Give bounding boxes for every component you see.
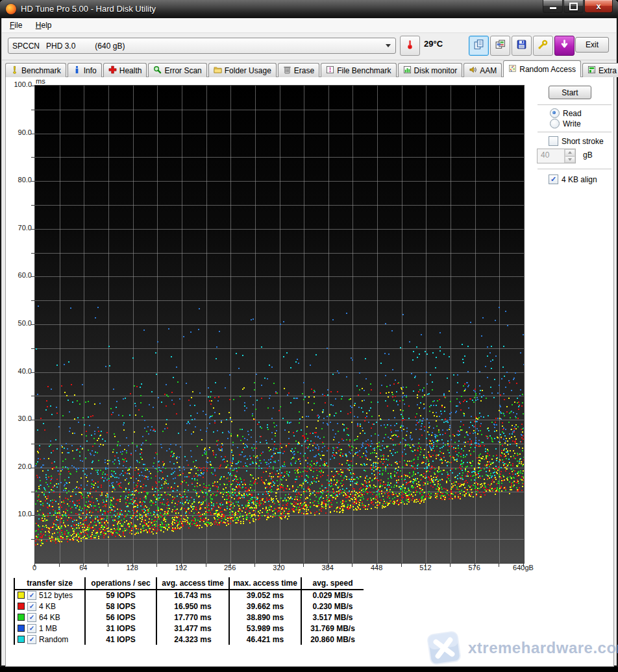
y-axis-label: 50.0 — [6, 319, 32, 327]
y-axis-label: 90.0 — [6, 128, 32, 136]
separator — [538, 132, 612, 134]
write-option[interactable]: Write — [550, 119, 581, 128]
short-stroke-checkbox[interactable] — [549, 136, 558, 146]
series-checkbox[interactable]: ✓ — [27, 624, 36, 633]
exit-button[interactable]: Exit — [575, 37, 609, 53]
toolbar-buttons — [469, 36, 575, 56]
avg-speed-value: 31.769 MB/s — [301, 623, 364, 634]
update-button[interactable] — [554, 36, 575, 56]
tab-label: Random Access — [519, 65, 576, 74]
app-window: HD Tune Pro 5.00 - Hard Disk Utility x F… — [0, 0, 618, 667]
x-axis-label: 640gB — [502, 564, 544, 571]
tab-random-access[interactable]: Random Access — [503, 60, 581, 77]
save-icon — [516, 39, 527, 53]
close-button[interactable]: x — [584, 0, 613, 13]
random-access-icon — [508, 64, 517, 75]
avg-speed-value: 0.230 MB/s — [301, 601, 364, 612]
align-checkbox[interactable]: ✓ — [549, 174, 558, 184]
y-axis-label: 30.0 — [6, 414, 32, 422]
tab-health[interactable]: Health — [103, 63, 147, 77]
access-time-scatter-chart — [35, 86, 524, 563]
tab-label: Benchmark — [21, 66, 61, 75]
table-row: ✓64 KB56 IOPS17.770 ms38.890 ms3.517 MB/… — [15, 612, 365, 623]
copy-report-button[interactable] — [469, 36, 489, 56]
align-option[interactable]: ✓ 4 KB align — [549, 174, 597, 184]
tab-benchmark[interactable]: Benchmark — [5, 63, 66, 77]
stepper-up-button[interactable] — [565, 149, 575, 156]
table-header-row: transfer sizeoperations / secavg. access… — [15, 578, 365, 590]
max-access-value: 38.890 ms — [229, 612, 301, 623]
info-icon — [73, 66, 81, 76]
benchmark-icon — [10, 66, 19, 76]
transfer-size-label: 64 KB — [39, 613, 60, 622]
avg-access-value: 17.770 ms — [156, 612, 229, 623]
series-checkbox[interactable]: ✓ — [27, 602, 36, 611]
thermometer-icon — [404, 39, 415, 53]
tab-erase[interactable]: Erase — [278, 63, 319, 77]
tab-file-benchmark[interactable]: File Benchmark — [321, 63, 396, 77]
avg-speed-value: 0.029 MB/s — [301, 590, 364, 601]
read-label: Read — [563, 109, 582, 118]
capacity-stepper[interactable]: 40 — [537, 149, 576, 163]
iops-value: 31 IOPS — [84, 623, 156, 634]
capacity-value: 40 — [538, 149, 564, 163]
wrench-icon — [538, 39, 549, 53]
x-axis-label: 448 — [356, 564, 397, 571]
minimize-icon — [550, 7, 556, 9]
menu-file[interactable]: File — [5, 18, 27, 32]
tab-extra-tests[interactable]: Extra tests — [582, 63, 618, 77]
minimize-button[interactable] — [543, 0, 563, 13]
max-access-value: 46.421 ms — [229, 634, 301, 645]
y-axis-unit-label: ms — [36, 77, 45, 85]
x-axis-label: 192 — [160, 564, 202, 571]
options-button[interactable] — [533, 36, 553, 56]
series-color-swatch — [18, 625, 25, 632]
transfer-size-label: Random — [39, 635, 68, 644]
erase-icon — [283, 66, 291, 76]
menu-help[interactable]: Help — [31, 18, 57, 32]
read-radio[interactable] — [550, 108, 560, 118]
transfer-size-label: 4 KB — [39, 602, 56, 611]
extra-tests-icon — [587, 66, 596, 76]
short-stroke-label: Short stroke — [562, 137, 604, 146]
arrow-up-icon — [568, 151, 572, 154]
tab-info[interactable]: Info — [68, 63, 102, 77]
tab-folder-usage[interactable]: Folder Usage — [208, 63, 277, 77]
toolbar: SPCCN PHD 3.0 (640 gB) 29°C Exit — [2, 33, 616, 60]
y-axis-label: 70.0 — [6, 224, 32, 232]
tab-bar: BenchmarkInfoHealthError ScanFolder Usag… — [5, 62, 615, 77]
results-table: transfer sizeoperations / secavg. access… — [14, 578, 365, 645]
write-radio[interactable] — [550, 119, 560, 128]
max-access-value: 39.662 ms — [229, 601, 301, 612]
copy-image-button[interactable] — [490, 36, 510, 56]
tab-label: AAM — [480, 66, 497, 75]
series-checkbox[interactable]: ✓ — [27, 613, 36, 622]
drive-select-value: SPCCN PHD 3.0 (640 gB) — [8, 42, 386, 51]
short-stroke-option[interactable]: Short stroke — [549, 136, 604, 146]
x-axis-label: 384 — [307, 564, 349, 571]
iops-value: 56 IOPS — [84, 612, 156, 623]
main-panel: ms 100.090.080.070.060.050.040.030.020.0… — [5, 77, 614, 667]
tab-error-scan[interactable]: Error Scan — [148, 63, 206, 77]
copy-icon — [473, 39, 484, 53]
tab-aam[interactable]: AAM — [464, 63, 502, 77]
start-button[interactable]: Start — [549, 86, 591, 99]
x-axis-label: 512 — [404, 564, 446, 571]
temperature-button[interactable] — [400, 36, 420, 56]
tab-disk-monitor[interactable]: Disk monitor — [398, 63, 463, 77]
read-option[interactable]: Read — [550, 108, 582, 118]
series-color-swatch — [18, 592, 25, 599]
iops-value: 58 IOPS — [84, 601, 156, 612]
tab-label: Error Scan — [164, 66, 201, 75]
chart-plot-area — [34, 85, 525, 564]
stepper-down-button[interactable] — [565, 156, 575, 163]
maximize-icon — [569, 3, 578, 10]
maximize-button[interactable] — [563, 0, 584, 13]
series-checkbox[interactable]: ✓ — [27, 635, 36, 644]
write-label: Write — [563, 119, 581, 128]
series-checkbox[interactable]: ✓ — [27, 591, 36, 600]
drive-select[interactable]: SPCCN PHD 3.0 (640 gB) — [8, 38, 396, 54]
column-header: avg. speed — [301, 577, 364, 590]
transfer-size-label: 1 MB — [39, 624, 57, 633]
save-image-button[interactable] — [512, 36, 532, 56]
